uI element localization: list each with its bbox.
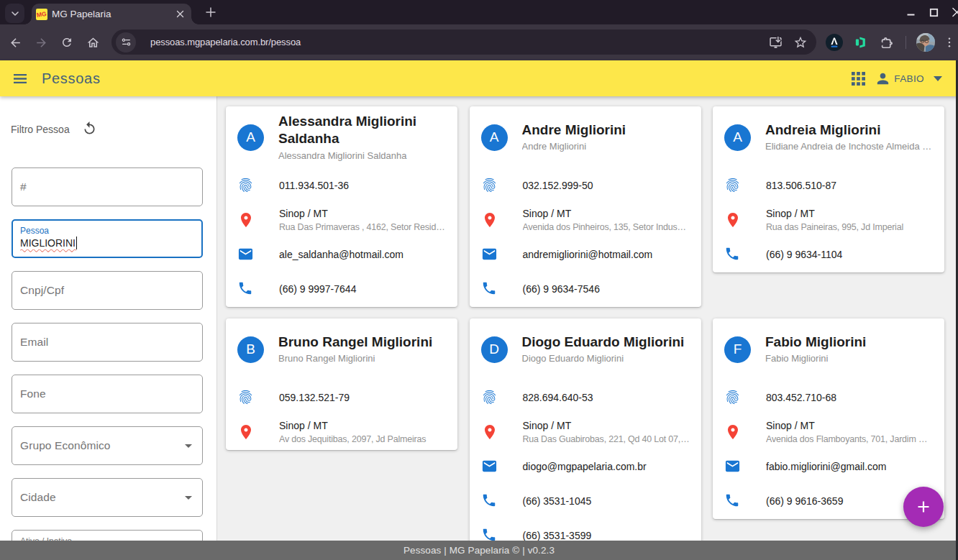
page-title: Pessoas [42,70,101,87]
extensions-menu-button[interactable] [876,32,896,53]
window-close-button[interactable] [952,7,958,17]
card-row-location[interactable]: Sinop / MTRua Das Guabirobas, 221, Qd 40… [470,415,701,449]
filter-reset-icon[interactable] [82,121,97,136]
apps-grid-button[interactable] [851,65,865,91]
row-text: andremigliorini@hotmail.com [523,248,691,262]
window-controls [906,0,958,24]
new-tab-button[interactable] [201,3,220,22]
card-row-email[interactable]: fabio.migliorini@gmail.com [713,449,944,484]
card-header: DDiogo Eduardo MiglioriniDiogo Eduardo M… [470,318,701,380]
person-card[interactable]: AAndreia MiglioriniElidiane Andreia de I… [713,106,944,272]
row-primary-text: fabio.migliorini@gmail.com [766,460,934,474]
row-icon-box [724,389,742,406]
person-card[interactable]: AAndre MiglioriniAndre Migliorini032.152… [470,106,701,307]
filter-field-fone[interactable]: Fone [12,375,203,413]
row-secondary-text: Avenida dos Flamboyants, 701, Jardim … [766,433,934,446]
extension-a-button[interactable] [824,32,844,53]
card-row-fingerprint[interactable]: 828.694.640-53 [470,380,701,415]
location-pin-icon [724,211,742,229]
person-card[interactable]: DDiogo Eduardo MiglioriniDiogo Eduardo M… [470,318,701,554]
filter-field-email[interactable]: Email [12,323,203,362]
card-row-location[interactable]: Sinop / MTAvenida dos Flamboyants, 701, … [713,415,944,449]
row-text: 059.132.521-79 [279,391,447,405]
card-row-email[interactable]: andremigliorini@hotmail.com [470,237,701,272]
forward-button[interactable] [30,32,52,53]
card-header: BBruno Rangel MiglioriniBruno Rangel Mig… [226,318,457,380]
card-row-email[interactable]: diogo@mgpapelaria.com.br [470,449,701,484]
card-row-fingerprint[interactable]: 813.506.510-87 [713,168,944,203]
user-name: FABIO [894,73,924,84]
field-label: Fone [20,387,46,400]
url-text[interactable]: pessoas.mgpapelaria.com.br/pessoa [150,37,768,47]
row-icon-box [724,492,742,510]
filter-field-[interactable]: # [12,167,203,206]
row-primary-text: Sinop / MT [279,207,447,221]
reload-button[interactable] [56,32,78,53]
card-row-location[interactable]: Sinop / MTRua Das Primaveras , 4162, Set… [226,203,457,237]
window-minimize-button[interactable] [906,7,916,17]
row-primary-text: andremigliorini@hotmail.com [523,248,691,262]
person-card[interactable]: FFabio MiglioriniFabio Migliorini803.452… [713,318,944,519]
bookmark-star-icon[interactable] [793,35,808,50]
home-button[interactable] [82,32,104,53]
fingerprint-icon [481,389,498,405]
profile-avatar[interactable] [916,32,936,53]
filter-field-cidade[interactable]: Cidade [12,478,203,517]
card-row-phone[interactable]: (66) 9 9634-7546 [470,272,701,306]
email-icon [237,246,254,262]
card-row-fingerprint[interactable]: 011.934.501-36 [226,168,457,203]
filter-title: Filtro Pessoa [11,124,70,135]
filter-field-cnpj-cpf[interactable]: Cnpj/Cpf [12,271,203,310]
card-row-fingerprint[interactable]: 032.152.999-50 [470,168,701,203]
row-primary-text: 011.934.501-36 [279,179,447,193]
window-maximize-button[interactable] [929,7,939,17]
phone-icon [724,492,740,508]
row-icon-box [481,211,498,229]
tab-search-button[interactable] [5,4,24,23]
card-row-location[interactable]: Sinop / MTAvenida dos Pinheiros, 135, Se… [470,203,701,237]
card-row-fingerprint[interactable]: 803.452.710-68 [713,380,944,415]
back-button[interactable] [4,32,26,53]
person-name: Andreia Migliorini [765,121,931,139]
row-text: Sinop / MTAvenida dos Pinheiros, 135, Se… [523,207,691,234]
avatar: F [724,336,751,363]
field-value: MIGLIORINI [20,237,76,249]
row-icon-box [481,389,498,406]
row-primary-text: Sinop / MT [279,419,447,433]
card-row-fingerprint[interactable]: 059.132.521-79 [226,380,457,415]
avatar: A [481,124,508,151]
card-row-location[interactable]: Sinop / MTRua das Paineiras, 995, Jd Imp… [713,203,944,237]
extension-green-button[interactable] [851,32,871,53]
card-row-phone[interactable]: (66) 3531-1045 [470,484,701,518]
person-name: Diogo Eduardo Migliorini [522,334,685,352]
add-person-fab[interactable] [903,487,944,527]
card-row-email[interactable]: ale_saldanha@hotmail.com [226,237,457,272]
user-menu[interactable]: FABIO [875,70,942,87]
field-label: Pessoa [20,226,49,236]
filter-field-pessoa[interactable]: PessoaMIGLIORINI [12,219,203,258]
site-info-button[interactable] [116,32,136,52]
card-row-location[interactable]: Sinop / MTAv dos Jequitibas, 2097, Jd Pa… [226,415,457,449]
address-bar[interactable]: pessoas.mgpapelaria.com.br/pessoa [111,29,816,55]
location-pin-icon [481,423,498,441]
row-text: (66) 9 9997-7644 [279,283,447,296]
person-icon [875,70,891,87]
person-card[interactable]: AAlessandra Migliorini SaldanhaAlessandr… [226,106,457,307]
card-header-text: Andreia MiglioriniElidiane Andreia de In… [765,121,931,154]
filter-field-grupo-econ-mico[interactable]: Grupo Econômico [12,426,203,465]
tab-close-button[interactable] [174,9,186,20]
install-app-icon[interactable] [768,35,783,50]
person-subtitle: Fabio Migliorini [765,352,866,365]
extension-a-icon [825,33,844,52]
card-header-text: Alessandra Migliorini SaldanhaAlessandra… [278,113,446,162]
menu-button[interactable] [7,65,33,91]
row-secondary-text: Rua das Paineiras, 995, Jd Imperial [766,221,934,234]
field-value-row: MIGLIORINI [20,237,77,249]
browser-tab[interactable]: MG MG Papelaria [32,4,191,24]
card-row-phone[interactable]: (66) 9 9634-1104 [713,237,944,272]
tab-favicon: MG [36,9,47,20]
person-card[interactable]: BBruno Rangel MiglioriniBruno Rangel Mig… [226,318,457,450]
browser-menu-button[interactable] [939,32,958,53]
card-row-phone[interactable]: (66) 9 9997-7644 [226,272,457,306]
avatar: B [237,336,264,363]
